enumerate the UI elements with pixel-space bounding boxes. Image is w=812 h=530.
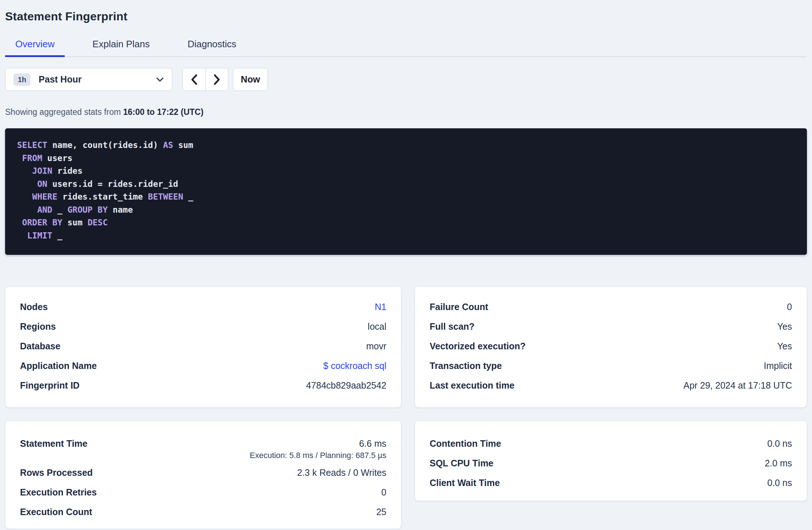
sql-keyword: AND	[37, 205, 52, 214]
execution-attributes-card: Failure Count 0 Full scan? Yes Vectorize…	[415, 286, 807, 407]
sql-text: users	[42, 153, 72, 163]
row-label: Application Name	[20, 361, 97, 371]
row-label: Full scan?	[430, 321, 475, 332]
row-value: 6.6 ms	[359, 434, 386, 453]
row-value: 2.0 ms	[765, 458, 792, 469]
sql-keyword: AS	[163, 140, 173, 150]
sql-statement-box: SELECT name, count(rides.id) AS sum FROM…	[5, 128, 807, 255]
sql-keyword: SELECT	[17, 140, 47, 150]
row-value: 0	[787, 302, 792, 312]
row-label: Statement Time	[20, 434, 88, 453]
aggregation-caption-prefix: Showing aggregated stats from	[5, 107, 123, 117]
chevron-down-icon	[156, 77, 164, 82]
row-label: Failure Count	[430, 302, 488, 312]
row-label: SQL CPU Time	[430, 458, 494, 469]
row-label: Database	[20, 341, 60, 352]
sql-text: users.id = rides.rider_id	[47, 179, 178, 189]
row-value: local	[368, 321, 386, 332]
row-label: Rows Processed	[20, 467, 93, 478]
row-subvalue: Execution: 5.8 ms / Planning: 687.5 µs	[250, 451, 386, 460]
sql-line: AND _ GROUP BY name	[17, 204, 795, 217]
row-value: movr	[366, 341, 386, 352]
tab-label: Overview	[15, 39, 55, 49]
card-row: Application Name $ cockroach sql	[20, 356, 386, 376]
previous-time-window-button[interactable]	[183, 68, 205, 91]
row-value-link[interactable]: $ cockroach sql	[323, 361, 386, 371]
sql-text: name, count(rides.id)	[47, 140, 163, 150]
card-row: Client Wait Time 0.0 ns	[430, 473, 792, 493]
sql-line: LIMIT _	[17, 229, 795, 242]
aggregation-caption: Showing aggregated stats from 16:00 to 1…	[5, 107, 807, 117]
card-row: Execution Count 25	[20, 502, 386, 522]
wait-time-stats-card: Contention Time 0.0 ns SQL CPU Time 2.0 …	[415, 421, 807, 501]
row-label: Regions	[20, 321, 56, 332]
row-value: 4784cb829aab2542	[306, 380, 386, 391]
row-value-link[interactable]: N1	[375, 302, 386, 312]
summary-cards: Nodes N1 Regions local Database movr App…	[5, 286, 807, 529]
sql-keyword: ON	[37, 179, 47, 189]
time-nav-group	[182, 68, 228, 91]
next-time-window-button[interactable]	[205, 68, 228, 91]
now-button[interactable]: Now	[233, 68, 268, 91]
row-value: 0	[381, 487, 386, 498]
row-label: Contention Time	[430, 438, 501, 449]
sql-keyword: BETWEEN	[148, 192, 183, 201]
row-label: Nodes	[20, 302, 48, 312]
sql-code: SELECT name, count(rides.id) AS sum FROM…	[17, 139, 795, 242]
row-value: 25	[376, 507, 386, 517]
row-value: Apr 29, 2024 at 17:18 UTC	[683, 380, 792, 391]
statement-fingerprint-page: Statement Fingerprint Overview Explain P…	[0, 9, 812, 530]
sql-keyword: GROUP BY	[67, 205, 108, 214]
sql-keyword: LIMIT	[27, 231, 52, 240]
sql-line: ON users.id = rides.rider_id	[17, 178, 795, 191]
card-row: Last execution time Apr 29, 2024 at 17:1…	[430, 376, 792, 395]
card-row: Vectorized execution? Yes	[430, 336, 792, 356]
row-value: Yes	[777, 341, 792, 352]
tab-diagnostics[interactable]: Diagnostics	[177, 39, 246, 57]
sql-text: _	[52, 231, 63, 240]
tab-label: Diagnostics	[188, 39, 236, 49]
row-value: 0.0 ns	[767, 478, 792, 488]
sql-line: SELECT name, count(rides.id) AS sum	[17, 139, 795, 152]
row-label: Vectorized execution?	[430, 341, 526, 352]
sql-text: rides	[52, 166, 83, 176]
sql-text	[17, 166, 32, 176]
chevron-right-icon	[213, 74, 221, 85]
sql-text: _	[52, 205, 68, 214]
sql-text	[17, 205, 37, 214]
sql-keyword: ORDER BY	[22, 218, 63, 227]
tabs: Overview Explain Plans Diagnostics	[5, 39, 807, 57]
sql-line: ORDER BY sum DESC	[17, 216, 795, 229]
row-value-group: 6.6 msExecution: 5.8 ms / Planning: 687.…	[250, 434, 386, 460]
tab-label: Explain Plans	[92, 39, 150, 49]
row-value: Yes	[777, 321, 792, 332]
sql-text: sum	[173, 140, 193, 150]
card-row: Database movr	[20, 336, 386, 356]
sql-keyword: WHERE	[32, 192, 57, 201]
sql-text: sum	[63, 218, 88, 227]
sql-line: WHERE rides.start_time BETWEEN _	[17, 190, 795, 204]
sql-text	[17, 192, 32, 201]
page-title: Statement Fingerprint	[5, 9, 807, 23]
chevron-left-icon	[190, 74, 198, 85]
row-label: Transaction type	[430, 361, 502, 371]
card-row: Transaction type Implicit	[430, 356, 792, 376]
row-label: Execution Retries	[20, 487, 97, 498]
row-label: Last execution time	[430, 380, 514, 391]
sql-text	[17, 153, 22, 163]
interval-badge: 1h	[13, 73, 31, 86]
tab-explain-plans[interactable]: Explain Plans	[82, 39, 160, 57]
card-row: Full scan? Yes	[430, 317, 792, 336]
time-toolbar: 1h Past Hour Now	[5, 68, 807, 91]
aggregation-caption-range: 16:00 to 17:22 (UTC)	[123, 107, 204, 117]
card-row: Nodes N1	[20, 297, 386, 317]
tab-overview[interactable]: Overview	[5, 39, 65, 57]
sql-line: FROM users	[17, 152, 795, 165]
sql-text: _	[183, 192, 193, 201]
execution-stats-card: Statement Time 6.6 msExecution: 5.8 ms /…	[5, 421, 401, 529]
statement-attributes-card: Nodes N1 Regions local Database movr App…	[5, 286, 401, 407]
time-range-dropdown[interactable]: 1h Past Hour	[5, 68, 172, 91]
card-row: Regions local	[20, 317, 386, 336]
row-label: Client Wait Time	[430, 478, 500, 488]
card-row: Fingerprint ID 4784cb829aab2542	[20, 376, 386, 395]
